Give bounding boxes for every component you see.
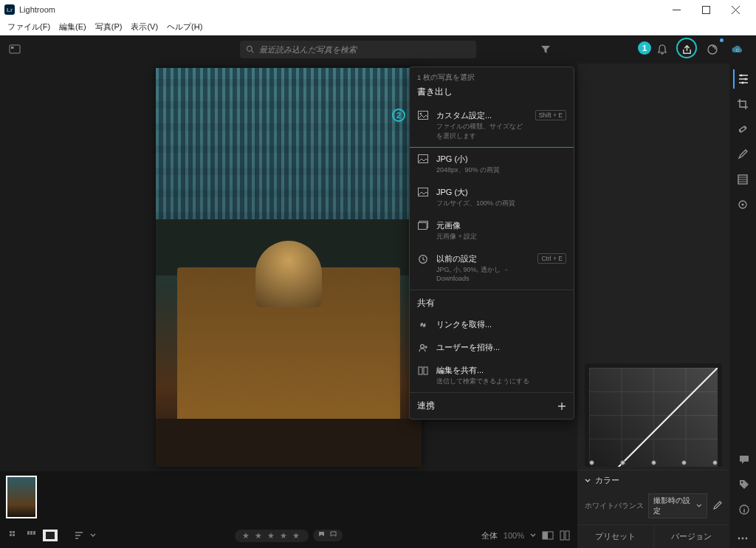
export-header: 書き出し bbox=[410, 84, 574, 104]
export-custom-shortcut: Shift + E bbox=[535, 110, 566, 120]
svg-point-28 bbox=[738, 538, 740, 540]
tone-curve-line[interactable] bbox=[589, 368, 718, 467]
search-input[interactable]: 最近読み込んだ写真を検索 bbox=[240, 41, 476, 58]
svg-point-24 bbox=[744, 127, 746, 129]
share-invite-user[interactable]: ユーザーを招待... bbox=[410, 336, 574, 359]
svg-rect-22 bbox=[739, 126, 746, 132]
before-after-icon[interactable] bbox=[542, 530, 554, 541]
version-button[interactable]: バージョン bbox=[654, 525, 730, 548]
export-original-sub: 元画像 + 設定 bbox=[436, 232, 566, 242]
search-placeholder: 最近読み込んだ写真を検索 bbox=[259, 44, 357, 55]
chevron-down-icon[interactable] bbox=[90, 532, 96, 538]
export-previous-title: 以前の設定 bbox=[436, 253, 530, 264]
more-icon[interactable] bbox=[733, 529, 752, 548]
rating-stars[interactable]: ★ ★ ★ ★ ★ bbox=[235, 530, 309, 542]
share-edits-sub: 送信して検索できるようにする bbox=[436, 377, 566, 386]
export-custom-settings[interactable]: 2 カスタム設定... ファイルの種類、サイズなどを選択します Shift + … bbox=[410, 104, 574, 148]
svg-point-21 bbox=[741, 81, 743, 83]
cloud-sync-icon[interactable] bbox=[701, 38, 724, 61]
svg-rect-7 bbox=[13, 531, 15, 533]
share-export-button[interactable] bbox=[676, 38, 698, 61]
color-section-label: カラー bbox=[595, 475, 619, 486]
filmstrip bbox=[0, 471, 577, 523]
share-edits[interactable]: 編集を共有... 送信して検索できるようにする bbox=[410, 359, 574, 392]
sort-icon[interactable] bbox=[72, 530, 87, 541]
comment-icon[interactable] bbox=[735, 451, 753, 468]
plus-icon[interactable] bbox=[557, 402, 566, 411]
flag-pick-icon[interactable] bbox=[317, 531, 326, 540]
zoom-value[interactable]: 100% bbox=[504, 531, 524, 540]
share-get-link[interactable]: リンクを取得... bbox=[410, 313, 574, 336]
menu-file[interactable]: ファイル(F) bbox=[3, 20, 55, 34]
export-jpg-large[interactable]: JPG (大) フルサイズ、100% の画質 bbox=[410, 181, 574, 214]
svg-point-34 bbox=[420, 113, 422, 115]
zoom-fit-label[interactable]: 全体 bbox=[481, 530, 498, 541]
info-toggle-icon[interactable] bbox=[560, 530, 570, 541]
white-balance-label: ホワイトバランス bbox=[585, 501, 644, 511]
svg-point-19 bbox=[740, 74, 742, 76]
menu-edit[interactable]: 編集(E) bbox=[55, 20, 91, 34]
export-previous[interactable]: 以前の設定 JPG, 小, 90%, 透かし → Downloads Ctrl … bbox=[410, 247, 574, 288]
export-jpg-large-sub: フルサイズ、100% の画質 bbox=[436, 199, 566, 208]
export-original[interactable]: 元画像 元画像 + 設定 bbox=[410, 214, 574, 247]
flag-toggles[interactable] bbox=[313, 530, 343, 541]
linear-gradient-icon[interactable] bbox=[733, 170, 752, 189]
svg-rect-18 bbox=[589, 368, 718, 467]
window-maximize-button[interactable] bbox=[691, 0, 721, 19]
menu-help[interactable]: ヘルプ(H) bbox=[162, 20, 207, 34]
export-share-popout: 1 枚の写真を選択 書き出し 2 カスタム設定... ファイルの種類、サイズなど… bbox=[409, 66, 574, 419]
color-section-header[interactable]: カラー bbox=[577, 470, 729, 490]
eyedropper-icon[interactable] bbox=[712, 501, 722, 511]
export-previous-sub: JPG, 小, 90%, 透かし → Downloads bbox=[436, 265, 530, 282]
chevron-down-icon[interactable] bbox=[530, 532, 536, 538]
tone-curve-panel[interactable] bbox=[585, 363, 722, 467]
annotation-marker-1: 1 bbox=[638, 41, 651, 55]
floating-action-icons bbox=[735, 451, 753, 518]
svg-rect-15 bbox=[543, 532, 548, 539]
tag-icon[interactable] bbox=[735, 476, 753, 493]
flag-reject-icon[interactable] bbox=[329, 531, 338, 540]
svg-rect-13 bbox=[46, 532, 55, 539]
crop-icon[interactable] bbox=[733, 95, 752, 114]
home-icon[interactable] bbox=[4, 39, 25, 60]
filmstrip-thumb[interactable] bbox=[6, 476, 37, 518]
view-mode-detail-icon[interactable] bbox=[43, 530, 58, 541]
view-mode-compare-icon[interactable] bbox=[25, 530, 40, 541]
right-panel: カラー ホワイトバランス 撮影時の設定 プリセット バージョン bbox=[577, 64, 729, 548]
integrations-header-row[interactable]: 連携 bbox=[410, 392, 574, 419]
notifications-icon[interactable]: 1 bbox=[651, 38, 673, 61]
radial-gradient-icon[interactable] bbox=[733, 195, 752, 214]
info-icon[interactable] bbox=[735, 501, 753, 518]
cloud-status-icon[interactable]: C bbox=[726, 38, 749, 61]
svg-rect-1 bbox=[10, 45, 20, 53]
menu-photo[interactable]: 写真(P) bbox=[91, 20, 127, 34]
healing-icon[interactable] bbox=[733, 120, 752, 139]
svg-point-27 bbox=[742, 204, 744, 206]
svg-rect-38 bbox=[419, 223, 427, 230]
svg-rect-10 bbox=[27, 531, 30, 535]
svg-rect-0 bbox=[702, 6, 709, 13]
app-root: 最近読み込んだ写真を検索 1 C bbox=[0, 35, 756, 548]
svg-point-40 bbox=[421, 345, 425, 349]
chevron-down-icon bbox=[585, 478, 591, 484]
export-jpg-small[interactable]: JPG (小) 2048px、90% の画質 bbox=[410, 148, 574, 181]
filter-icon[interactable] bbox=[535, 38, 557, 61]
annotation-circle-1 bbox=[676, 38, 697, 58]
white-balance-dropdown[interactable]: 撮影時の設定 bbox=[648, 493, 707, 518]
menubar: ファイル(F) 編集(E) 写真(P) 表示(V) ヘルプ(H) bbox=[0, 19, 756, 35]
export-custom-sub: ファイルの種類、サイズなどを選択します bbox=[436, 122, 528, 141]
svg-rect-12 bbox=[33, 531, 35, 535]
chevron-down-icon bbox=[696, 503, 702, 509]
svg-rect-42 bbox=[424, 367, 427, 374]
svg-rect-9 bbox=[13, 534, 15, 536]
menu-view[interactable]: 表示(V) bbox=[126, 20, 162, 34]
view-mode-grid-icon[interactable] bbox=[7, 530, 22, 541]
preset-button[interactable]: プリセット bbox=[577, 525, 654, 548]
edit-sliders-icon[interactable] bbox=[733, 69, 752, 89]
export-original-title: 元画像 bbox=[436, 220, 566, 231]
image-icon bbox=[417, 187, 429, 196]
window-close-button[interactable] bbox=[721, 0, 750, 19]
window-minimize-button[interactable] bbox=[662, 0, 691, 19]
brush-icon[interactable] bbox=[733, 145, 752, 164]
share-get-link-title: リンクを取得... bbox=[436, 319, 566, 330]
